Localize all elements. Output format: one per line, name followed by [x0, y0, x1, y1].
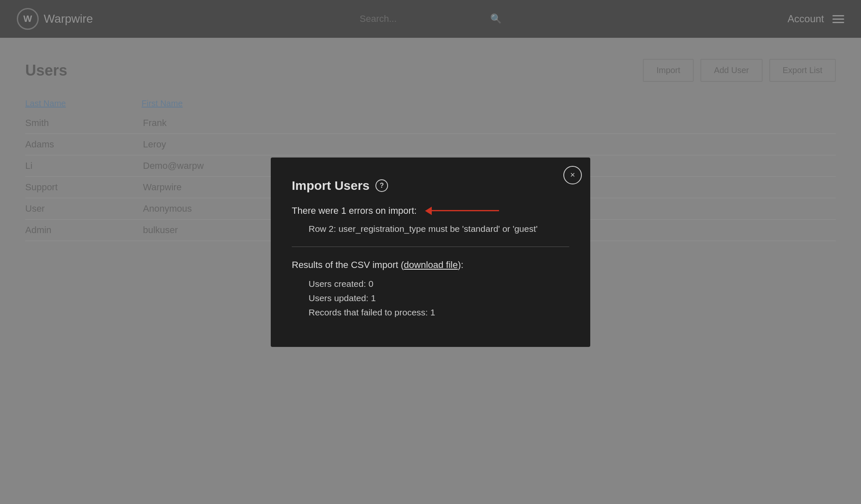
records-failed-stat: Records that failed to process: 1 [292, 307, 569, 318]
arrow-line [432, 210, 499, 211]
modal-overlay: × Import Users ? There were 1 errors on … [0, 0, 861, 504]
error-detail-text: Row 2: user_registration_type must be 's… [292, 224, 569, 234]
help-icon[interactable]: ? [375, 179, 388, 192]
download-file-link[interactable]: download file [404, 260, 458, 270]
import-users-modal: × Import Users ? There were 1 errors on … [271, 158, 590, 347]
users-updated-stat: Users updated: 1 [292, 293, 569, 303]
error-arrow [425, 207, 499, 215]
modal-title: Import Users ? [292, 178, 569, 193]
error-section: There were 1 errors on import: Row 2: us… [292, 205, 569, 234]
results-section: Results of the CSV import (download file… [292, 260, 569, 318]
arrow-head [425, 207, 432, 215]
modal-close-button[interactable]: × [563, 166, 582, 184]
error-summary-line: There were 1 errors on import: [292, 205, 569, 216]
modal-divider [292, 247, 569, 247]
results-title: Results of the CSV import (download file… [292, 260, 569, 270]
users-created-stat: Users created: 0 [292, 279, 569, 289]
error-summary-text: There were 1 errors on import: [292, 205, 417, 216]
